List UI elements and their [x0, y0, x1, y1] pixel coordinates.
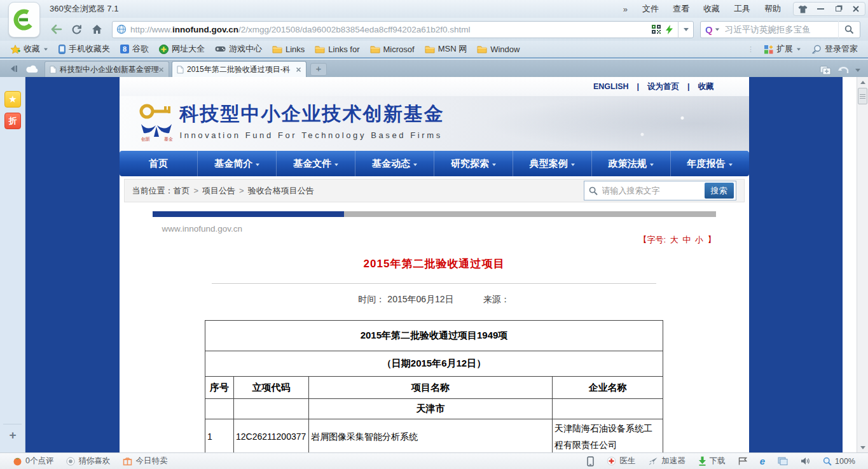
- nav-policies[interactable]: 政策法规: [591, 151, 670, 176]
- bookmark-folder-microsoft[interactable]: Microsof: [365, 43, 420, 56]
- link-favorite[interactable]: 收藏: [690, 81, 722, 92]
- status-bar-right: 医生 加速器 下载 e 100%: [581, 456, 862, 466]
- menu-favorites[interactable]: 收藏: [696, 1, 727, 17]
- font-size-medium[interactable]: 中: [682, 235, 691, 244]
- tab-close-icon[interactable]: [158, 67, 164, 73]
- favorites-button[interactable]: 收藏: [5, 41, 53, 57]
- accelerator-button[interactable]: 加速器: [642, 456, 692, 466]
- phone-icon: [59, 45, 65, 54]
- menu-help[interactable]: 帮助: [757, 1, 788, 17]
- col-serial: 序号: [205, 377, 234, 399]
- collapse-sidebar-icon[interactable]: [4, 61, 23, 76]
- nav-annual-report[interactable]: 年度报告: [670, 151, 749, 176]
- tab-fund-management[interactable]: 科技型中小企业创新基金管理: [45, 61, 169, 77]
- download-icon: [698, 456, 706, 466]
- refresh-icon[interactable]: [66, 20, 86, 38]
- mobile-connect-icon[interactable]: [581, 456, 600, 466]
- region-name: 天津市: [309, 399, 553, 419]
- link-set-homepage[interactable]: 设为首页: [639, 81, 687, 92]
- home-icon[interactable]: [86, 20, 107, 38]
- today-deals-button[interactable]: 今日特卖: [116, 456, 174, 466]
- cell-company-name: 天津陆海石油设备系统工程有限责任公司: [553, 419, 663, 453]
- new-window-icon[interactable]: [820, 66, 831, 75]
- speaker-icon[interactable]: [794, 457, 816, 465]
- nav-home[interactable]: 首页: [120, 151, 198, 176]
- skin-icon[interactable]: [794, 3, 811, 15]
- bookmark-folder-links-for[interactable]: Links for: [310, 43, 364, 56]
- font-size-large[interactable]: 大: [670, 235, 679, 244]
- qr-code-icon[interactable]: [652, 25, 661, 34]
- menu-tools[interactable]: 工具: [727, 1, 757, 17]
- bookmark-google[interactable]: 8 谷歌: [115, 41, 154, 57]
- bookmark-folder-msn[interactable]: MSN 网: [420, 41, 472, 57]
- download-button[interactable]: 下载: [692, 456, 732, 466]
- browser-logo-icon[interactable]: [8, 2, 40, 38]
- login-manager-button[interactable]: 登录管家: [806, 41, 863, 57]
- table-date: （日期2015年6月12日）: [205, 351, 663, 377]
- quick-search-input[interactable]: [724, 24, 838, 35]
- guess-you-like-button[interactable]: 猜你喜欢: [60, 456, 116, 466]
- report-flag-icon[interactable]: [732, 457, 754, 465]
- bookmark-folder-links[interactable]: Links: [267, 43, 310, 56]
- back-icon[interactable]: [46, 20, 66, 38]
- favorites-sidebar-icon[interactable]: ★: [4, 91, 21, 108]
- quick-search-button[interactable]: [838, 21, 860, 38]
- url-actions: [647, 25, 678, 34]
- url-field[interactable]: http://www.innofund.gov.cn/2/xmgg/201508…: [112, 21, 694, 38]
- bookmark-folder-window[interactable]: Window: [472, 43, 525, 56]
- page-icon: [50, 66, 57, 74]
- guess-icon: [66, 457, 75, 466]
- bookmark-site-directory[interactable]: 网址大全: [154, 41, 210, 57]
- tab-list-dropdown-icon[interactable]: [855, 69, 860, 72]
- nav-fund-documents[interactable]: 基金文件: [276, 151, 355, 176]
- vertical-scrollbar[interactable]: [857, 77, 868, 452]
- search-engine-logo[interactable]: Q: [705, 24, 713, 35]
- menu-file[interactable]: 文件: [635, 1, 666, 17]
- doctor-button[interactable]: 医生: [600, 456, 642, 466]
- tab-bar-right: [820, 66, 864, 75]
- menu-overflow-chevron[interactable]: »: [616, 3, 635, 15]
- windows-taskbar-icon[interactable]: [771, 457, 794, 465]
- breadcrumb-acceptance-notices[interactable]: 验收合格项目公告: [248, 185, 314, 197]
- scrollbar-thumb[interactable]: [858, 88, 867, 104]
- add-panel-icon[interactable]: +: [4, 427, 21, 444]
- bookmark-mobile-favorites[interactable]: 手机收藏夹: [53, 41, 115, 57]
- table-caption-row: 2015年第二批验收通过项目1949项: [205, 321, 663, 351]
- scroll-up-icon[interactable]: [857, 77, 868, 87]
- nav-research[interactable]: 研究探索: [434, 151, 513, 176]
- breadcrumb-home[interactable]: 首页: [174, 185, 190, 197]
- url-dropdown-icon[interactable]: [678, 21, 693, 38]
- reviews-button[interactable]: 0个点评: [6, 456, 60, 466]
- bookmark-game-center[interactable]: 游戏中心: [210, 41, 267, 57]
- tab-close-icon[interactable]: [296, 67, 301, 73]
- minimize-button[interactable]: [811, 3, 829, 15]
- nav-fund-intro[interactable]: 基金简介: [197, 151, 276, 176]
- extensions-button[interactable]: 扩展: [759, 41, 806, 57]
- time-label: 时间：: [358, 294, 385, 304]
- breadcrumb-project-notices[interactable]: 项目公告: [202, 185, 235, 197]
- main-nav: 首页 基金简介 基金文件 基金动态 研究探索 典型案例 政策法规 年度报告: [120, 151, 749, 176]
- site-search-input[interactable]: [601, 185, 705, 196]
- search-engine-dropdown-icon[interactable]: [715, 28, 719, 31]
- ie-mode-icon[interactable]: e: [754, 456, 771, 466]
- tab-acceptance-projects[interactable]: 2015年第二批验收通过项目-科: [172, 61, 307, 77]
- cloud-sync-icon[interactable]: [23, 61, 42, 76]
- restore-button[interactable]: [829, 3, 847, 15]
- discount-icon[interactable]: 折: [4, 113, 21, 129]
- site-search-button[interactable]: 搜索: [705, 183, 734, 199]
- side-panel: ★ 折 +: [0, 77, 25, 452]
- site-name-english: Innovation Fund For Technology Based Fir…: [180, 130, 444, 140]
- scroll-down-icon[interactable]: [857, 442, 868, 452]
- nav-typical-cases[interactable]: 典型案例: [513, 151, 591, 176]
- menu-view[interactable]: 查看: [666, 1, 696, 17]
- close-button[interactable]: [847, 3, 865, 15]
- zoom-control[interactable]: 100%: [816, 457, 862, 466]
- link-english[interactable]: ENGLISH: [585, 82, 637, 91]
- page-gutter: [843, 77, 857, 452]
- svg-text:基金: 基金: [164, 137, 173, 141]
- new-tab-button[interactable]: +: [310, 63, 327, 76]
- font-size-small[interactable]: 小: [695, 235, 703, 244]
- speed-bolt-icon[interactable]: [666, 25, 673, 34]
- reopen-closed-tab-icon[interactable]: [837, 66, 849, 74]
- nav-fund-news[interactable]: 基金动态: [355, 151, 434, 176]
